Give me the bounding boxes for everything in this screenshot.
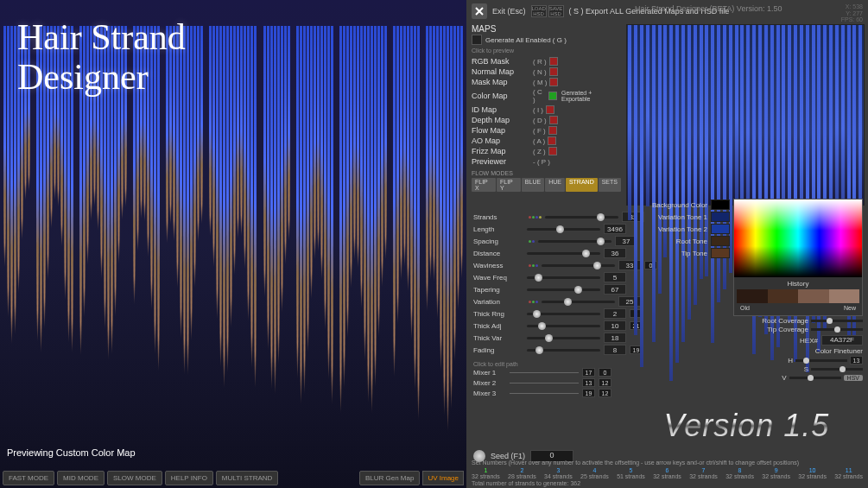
spacing-slider[interactable]	[538, 240, 611, 243]
fading-slider[interactable]	[527, 349, 600, 352]
s-slider[interactable]	[811, 368, 863, 371]
strands-slider[interactable]	[545, 216, 618, 219]
map-previewer[interactable]: Previewer- ( P )	[472, 156, 621, 167]
map-color-map[interactable]: Color Map( C )Genrated + Exportable	[472, 87, 621, 105]
param-label: Spacing	[473, 238, 523, 245]
param-value[interactable]: 3496	[604, 224, 626, 234]
history-swatch[interactable]	[737, 289, 768, 303]
flow-flip-x-button[interactable]: FLIP X	[472, 178, 496, 192]
mixer-1-curve[interactable]	[510, 369, 579, 376]
history-label: History	[737, 280, 859, 288]
set-column[interactable]: 334 strands	[544, 467, 573, 479]
blur-button[interactable]: BLUR Gen Map	[359, 471, 420, 485]
history-swatch[interactable]	[768, 289, 799, 303]
fast-mode-button[interactable]: FAST MODE	[3, 471, 54, 485]
h-slider[interactable]	[795, 359, 847, 362]
map-flow-map[interactable]: Flow Map( F )	[472, 125, 621, 136]
set-column[interactable]: 551 strands	[617, 467, 645, 479]
param-value[interactable]: 5	[604, 272, 626, 282]
length-slider[interactable]	[527, 228, 600, 231]
mid-mode-button[interactable]: MID MODE	[57, 471, 105, 485]
set-column[interactable]: 1132 strands	[834, 467, 863, 479]
coverage-slider[interactable]	[811, 320, 863, 322]
v-slider[interactable]	[789, 377, 841, 379]
map-checkbox[interactable]	[548, 92, 557, 100]
distance-slider[interactable]	[527, 252, 600, 255]
set-column[interactable]: 632 strands	[653, 467, 681, 479]
thick-rng-slider[interactable]	[527, 313, 600, 315]
hsv-button[interactable]: HSV	[844, 375, 863, 381]
mixer-3-curve[interactable]	[510, 390, 579, 396]
set-column[interactable]: 228 strands	[508, 467, 536, 479]
set-column[interactable]: 732 strands	[689, 467, 718, 479]
map-checkbox[interactable]	[546, 105, 554, 114]
param-value[interactable]: 36	[604, 248, 626, 258]
history-swatch[interactable]	[829, 289, 860, 303]
param-label: Variation	[473, 298, 523, 306]
map-depth-map[interactable]: Depth Map( D )	[472, 115, 621, 125]
map-mask-map[interactable]: Mask Map( M )	[472, 77, 621, 87]
map-checkbox[interactable]	[548, 147, 557, 155]
map-ao-map[interactable]: AO Map( A )	[472, 136, 621, 146]
set-column[interactable]: 425 strands	[580, 467, 609, 479]
total-strands: Total number of strands to generate: 362	[472, 480, 863, 486]
map-normal-map[interactable]: Normal Map( N )	[472, 67, 621, 77]
color-swatch[interactable]	[711, 212, 730, 222]
coverage-slider[interactable]	[811, 328, 863, 331]
map-checkbox[interactable]	[548, 136, 556, 145]
param-value[interactable]: 18	[604, 333, 626, 343]
history-swatch[interactable]	[798, 289, 829, 303]
thick-var-slider[interactable]	[527, 337, 600, 339]
color-picker[interactable]: History Old New	[733, 199, 863, 316]
set-column[interactable]: 932 strands	[762, 467, 790, 479]
hex-input[interactable]: 4A372F	[821, 335, 863, 345]
color-label: Variation Tone 1	[658, 213, 707, 221]
color-swatch[interactable]	[711, 224, 730, 234]
grid-icon	[472, 35, 482, 45]
close-icon	[474, 6, 485, 16]
color-swatch[interactable]	[711, 248, 730, 258]
slow-mode-button[interactable]: SLOW MODE	[107, 471, 162, 485]
map-checkbox[interactable]	[549, 116, 558, 124]
variation-slider[interactable]	[542, 301, 615, 303]
param-value[interactable]: 8	[604, 345, 626, 355]
set-column[interactable]: 132 strands	[472, 467, 500, 479]
color-gradient[interactable]	[734, 200, 862, 277]
mixer-2-curve[interactable]	[510, 379, 579, 386]
waviness-slider[interactable]	[542, 264, 615, 267]
hex-label: HEX#	[800, 337, 818, 345]
flow-sets-button[interactable]: SETS	[599, 178, 621, 192]
map-checkbox[interactable]	[548, 126, 557, 135]
map-checkbox[interactable]	[549, 78, 558, 86]
map-checkbox[interactable]	[549, 57, 558, 66]
version-logo: Version 1.5	[664, 408, 830, 444]
close-button[interactable]	[472, 3, 487, 19]
param-label: Distance	[473, 250, 523, 257]
flow-hue-button[interactable]: HUE	[545, 178, 565, 192]
map-frizz-map[interactable]: Frizz Map( Z )	[472, 146, 621, 156]
flow-strand-button[interactable]: STRAND	[566, 178, 598, 192]
exit-label[interactable]: Exit (Esc)	[492, 7, 526, 16]
save-hsd-button[interactable]: SAVE HSD	[548, 5, 564, 17]
hsv-label: V	[782, 374, 786, 382]
generate-all-button[interactable]: Generate All Enabled ( G )	[485, 36, 567, 44]
param-value[interactable]: 10	[604, 320, 626, 331]
wave-freq-slider[interactable]	[527, 276, 600, 279]
multi-mode-button[interactable]: MULTI STRAND	[216, 471, 279, 485]
param-value[interactable]: 2	[604, 308, 626, 319]
set-column[interactable]: 1032 strands	[798, 467, 827, 479]
flow-flip-y-button[interactable]: FLIP Y	[497, 178, 521, 192]
set-column[interactable]: 832 strands	[725, 467, 754, 479]
help-mode-button[interactable]: HELP INFO	[165, 471, 213, 485]
load-hsd-button[interactable]: LOAD HSD	[531, 5, 547, 17]
color-swatch[interactable]	[711, 236, 730, 246]
flow-blue-button[interactable]: BLUE	[522, 178, 544, 192]
map-checkbox[interactable]	[549, 67, 558, 76]
map-rgb-mask[interactable]: RGB Mask( R )	[472, 56, 621, 67]
uv-image-button[interactable]: UV Image	[422, 471, 464, 485]
param-value[interactable]: 67	[604, 284, 626, 295]
thick-adj-slider[interactable]	[527, 325, 600, 327]
tapering-slider[interactable]	[527, 288, 600, 291]
color-swatch[interactable]	[711, 200, 730, 210]
map-id-map[interactable]: ID Map( I )	[472, 105, 621, 115]
